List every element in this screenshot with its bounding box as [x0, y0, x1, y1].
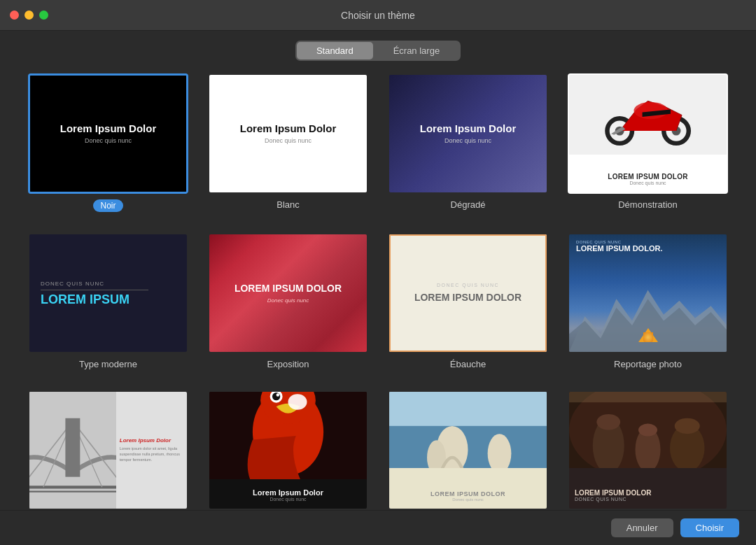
svg-rect-23 — [389, 392, 547, 426]
tab-widescreen[interactable]: Écran large — [374, 42, 459, 59]
theme-item-demonstration[interactable]: LOREM IPSUM DOLOR Donec quis nunc Démons… — [568, 73, 728, 212]
traffic-lights — [10, 10, 48, 20]
svg-point-20 — [276, 393, 280, 397]
theme-item-type-moderne[interactable]: DONEC QUIS NUNC LOREM IPSUM Type moderne — [28, 233, 188, 369]
degrade-sub-title: Donec quis nunc — [444, 137, 491, 144]
noir-main-title: Lorem Ipsum Dolor — [60, 122, 157, 134]
theme-item-noir[interactable]: Lorem Ipsum Dolor Donec quis nunc Noir — [28, 73, 188, 212]
title-bar: Choisir un thème — [0, 0, 756, 31]
blanc-main-title: Lorem Ipsum Dolor — [240, 122, 337, 134]
demonstration-label: Démonstration — [618, 199, 678, 210]
cancel-button[interactable]: Annuler — [611, 518, 673, 537]
maximize-button[interactable] — [39, 10, 48, 20]
theme-item-degrade[interactable]: Lorem Ipsum Dolor Donec quis nunc Dégrad… — [388, 73, 548, 212]
type-moderne-label: Type moderne — [79, 359, 137, 369]
theme-preview-papier-creme: LOREM IPSUM DOLOR Donec quis nunc — [388, 390, 548, 511]
coast-svg — [389, 392, 547, 468]
theme-item-reportage[interactable]: DONEC QUIS NUNC LOREM IPSUM DOLOR. Repor… — [568, 233, 728, 369]
themes-grid: Lorem Ipsum Dolor Donec quis nunc Noir L… — [0, 73, 756, 521]
type-moderne-sub: DONEC QUIS NUNC — [41, 281, 176, 287]
theme-item-papier-creme[interactable]: LOREM IPSUM DOLOR Donec quis nunc Papier… — [388, 390, 548, 522]
blanc-label: Blanc — [276, 199, 300, 210]
theme-item-ardoise[interactable]: Lorem Ipsum Dolor Donec quis nunc Ardois… — [208, 390, 368, 522]
svg-point-21 — [288, 394, 307, 410]
noir-badge: Noir — [93, 199, 122, 212]
ebauche-label: Ébauche — [450, 359, 486, 369]
svg-point-35 — [675, 418, 700, 434]
pottery-svg — [569, 392, 727, 468]
theme-preview-exposition: LOREM IPSUM DOLOR Donec quis nunc — [208, 233, 368, 353]
window-title: Choisir un thème — [341, 10, 415, 21]
ebauche-main: LOREM IPSUM DOLOR — [414, 292, 522, 303]
svg-point-19 — [272, 392, 280, 400]
segment-bar: Standard Écran large — [0, 31, 756, 73]
type-moderne-main: LOREM IPSUM — [41, 293, 176, 306]
demo-sub-title: Donec quis nunc — [569, 181, 727, 185]
demo-bike-area — [569, 75, 727, 155]
exposition-label: Exposition — [267, 359, 309, 369]
ardoise-main: Lorem Ipsum Dolor — [209, 488, 367, 497]
theme-item-classique[interactable]: Lorem Ipsum Dolor Lorem ipsum dolor sit … — [28, 390, 188, 522]
theme-preview-classique: Lorem Ipsum Dolor Lorem ipsum dolor sit … — [28, 390, 188, 511]
theme-item-artisanal[interactable]: LOREM IPSUM DOLOR DONEC QUIS NUNC Artisa… — [568, 390, 728, 522]
bridge-svg — [29, 392, 116, 509]
reportage-main: LOREM IPSUM DOLOR. — [576, 244, 720, 253]
demo-main-title: LOREM IPSUM DOLOR — [569, 173, 727, 181]
svg-point-33 — [638, 423, 657, 436]
theme-preview-blanc: Lorem Ipsum Dolor Donec quis nunc — [208, 73, 368, 194]
theme-preview-reportage: DONEC QUIS NUNC LOREM IPSUM DOLOR. — [568, 233, 728, 353]
ardoise-sub: Donec quis nunc — [209, 497, 367, 502]
theme-item-exposition[interactable]: LOREM IPSUM DOLOR Donec quis nunc Exposi… — [208, 233, 368, 369]
theme-preview-ardoise: Lorem Ipsum Dolor Donec quis nunc — [208, 390, 368, 511]
segment-control: Standard Écran large — [295, 41, 461, 61]
theme-preview-degrade: Lorem Ipsum Dolor Donec quis nunc — [388, 73, 548, 194]
artisanal-sub: DONEC QUIS NUNC — [575, 497, 721, 502]
artisanal-main: LOREM IPSUM DOLOR — [575, 489, 721, 497]
theme-preview-demonstration: LOREM IPSUM DOLOR Donec quis nunc — [568, 73, 728, 194]
classique-sub: Lorem ipsum dolor sit amet, ligula suspe… — [120, 446, 183, 462]
reportage-label: Reportage photo — [614, 359, 682, 369]
exposition-main: LOREM IPSUM DOLOR — [234, 283, 342, 294]
tab-standard[interactable]: Standard — [297, 42, 373, 59]
exposition-sub: Donec quis nunc — [267, 297, 309, 304]
blanc-sub-title: Donec quis nunc — [265, 137, 312, 144]
theme-preview-artisanal: LOREM IPSUM DOLOR DONEC QUIS NUNC — [568, 390, 728, 511]
papier-sub: Donec quis nunc — [389, 497, 547, 502]
noir-sub-title: Donec quis nunc — [85, 137, 132, 144]
theme-preview-noir: Lorem Ipsum Dolor Donec quis nunc — [28, 73, 188, 194]
choose-button[interactable]: Choisir — [680, 518, 739, 537]
demo-bike-svg — [581, 81, 715, 149]
svg-rect-24 — [389, 425, 547, 467]
theme-preview-ebauche: DONEC QUIS NUNC LOREM IPSUM DOLOR — [388, 233, 548, 353]
degrade-label: Dégradé — [451, 199, 486, 210]
parrot-svg — [209, 392, 367, 480]
classique-main: Lorem Ipsum Dolor — [120, 437, 183, 444]
svg-rect-36 — [569, 392, 727, 402]
svg-rect-14 — [65, 418, 80, 476]
footer: Annuler Choisir — [0, 510, 756, 545]
minimize-button[interactable] — [24, 10, 34, 20]
theme-item-blanc[interactable]: Lorem Ipsum Dolor Donec quis nunc Blanc — [208, 73, 368, 212]
theme-preview-type-moderne: DONEC QUIS NUNC LOREM IPSUM — [28, 233, 188, 353]
close-button[interactable] — [10, 10, 19, 20]
ebauche-sub: DONEC QUIS NUNC — [437, 283, 499, 288]
degrade-main-title: Lorem Ipsum Dolor — [420, 122, 517, 134]
theme-item-ebauche[interactable]: DONEC QUIS NUNC LOREM IPSUM DOLOR Ébauch… — [388, 233, 548, 369]
svg-point-31 — [596, 414, 620, 430]
papier-main: LOREM IPSUM DOLOR — [389, 490, 547, 497]
